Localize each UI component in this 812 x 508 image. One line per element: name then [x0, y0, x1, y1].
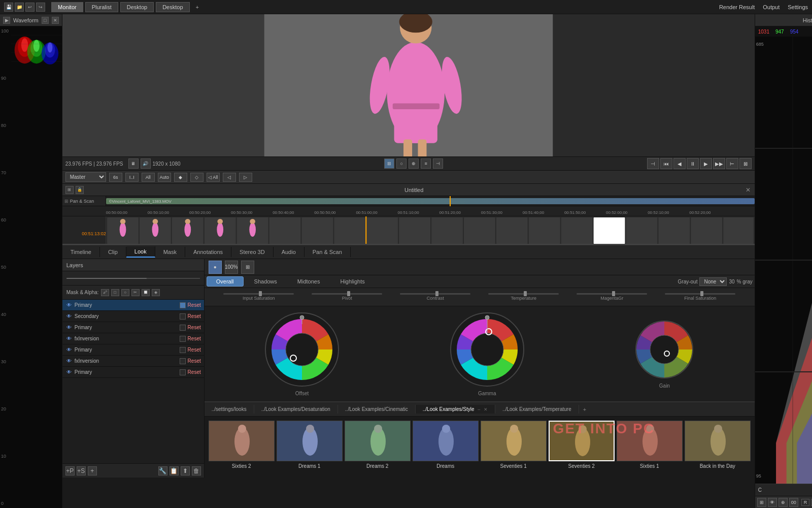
- look-tab-desaturation[interactable]: ../Look Examples/Desaturation: [254, 405, 338, 414]
- tab-timeline[interactable]: Timeline: [62, 247, 100, 257]
- menu-tab-desktop2[interactable]: Desktop: [156, 2, 189, 12]
- input-saturation-handle[interactable]: [259, 291, 262, 296]
- hist-scope-btn[interactable]: ⊞: [757, 498, 766, 507]
- transport-prev-btn[interactable]: ⊣: [647, 158, 659, 169]
- temperature-slider[interactable]: [488, 293, 559, 295]
- tab-mask[interactable]: Mask: [155, 247, 185, 257]
- offset-wheel-svg[interactable]: [264, 311, 340, 388]
- transport-pause-btn[interactable]: ⏸: [687, 158, 699, 169]
- gain-wheel-svg[interactable]: [634, 319, 695, 380]
- output-btn[interactable]: Output: [763, 4, 780, 10]
- mask-icon-2[interactable]: □: [111, 289, 119, 296]
- input-saturation-slider[interactable]: [223, 293, 294, 295]
- magenta-handle[interactable]: [612, 291, 615, 296]
- layer-reset-5[interactable]: Reset: [188, 347, 201, 353]
- view-mode-btn2[interactable]: ○: [396, 158, 407, 169]
- layer-check-5[interactable]: [180, 347, 186, 353]
- tc-all2-btn[interactable]: ◁ All: [207, 173, 220, 182]
- grayout-select[interactable]: None: [699, 277, 727, 286]
- hist-grid-btn[interactable]: ⊕: [779, 498, 788, 507]
- add-tab-button[interactable]: +: [192, 3, 203, 12]
- tc-diamond-btn[interactable]: ◇: [190, 173, 204, 182]
- transport-mark-btn[interactable]: ⊠: [739, 158, 752, 169]
- layer-check-4[interactable]: [180, 336, 186, 342]
- layer-reset-1[interactable]: Reset: [188, 302, 201, 308]
- layer-delete-btn[interactable]: 🗑: [192, 466, 201, 475]
- mask-icon-1[interactable]: 🖊: [101, 289, 109, 296]
- settings-btn[interactable]: Settings: [788, 4, 808, 10]
- waveform-play-btn[interactable]: ▶: [3, 17, 10, 24]
- open-icon[interactable]: 📁: [15, 3, 24, 12]
- view-mode-btn1[interactable]: ⊞: [384, 158, 394, 169]
- tc-dot-btn[interactable]: ◆: [174, 173, 187, 182]
- look-item-seventies1[interactable]: Seventies 1: [481, 421, 547, 473]
- look-item-dreams1[interactable]: Dreams 1: [277, 421, 343, 473]
- tab-panscan[interactable]: Pan & Scan: [304, 247, 351, 257]
- hist-r-channel[interactable]: R: [801, 499, 810, 506]
- view-mode-btn3[interactable]: ⊕: [409, 158, 419, 169]
- mask-icon-6[interactable]: ◈: [152, 289, 160, 296]
- hist-100-btn[interactable]: 00: [789, 498, 798, 507]
- layer-check-2[interactable]: [180, 313, 186, 320]
- look-tab-style[interactable]: ../Look Examples/Style – ✕: [416, 405, 495, 414]
- master-select[interactable]: Master: [65, 172, 106, 182]
- final-saturation-slider[interactable]: [665, 293, 735, 295]
- tc-iai-btn[interactable]: I..I: [125, 173, 139, 182]
- tab-audio[interactable]: Audio: [274, 247, 304, 257]
- menu-tab-monitor[interactable]: Monitor: [51, 2, 83, 12]
- look-item-sixties2[interactable]: Sixties 2: [209, 421, 275, 473]
- layer-add-btn[interactable]: +: [88, 466, 97, 475]
- transport-fwd-btn[interactable]: ▶▶: [713, 158, 725, 169]
- redo-icon[interactable]: ↪: [36, 3, 45, 12]
- layer-item-primary-3[interactable]: 👁 Primary Reset: [62, 344, 204, 356]
- layer-item-primary-2[interactable]: 👁 Primary Reset: [62, 322, 204, 333]
- view-mode-btn4[interactable]: ≡: [421, 158, 431, 169]
- tc-prev-btn[interactable]: ◁: [223, 173, 236, 182]
- tab-look[interactable]: Look: [126, 246, 155, 258]
- layer-tools-btn[interactable]: 🔧: [158, 466, 167, 475]
- monitor-icon[interactable]: 🖥: [128, 158, 139, 169]
- pivot-handle[interactable]: [347, 291, 350, 296]
- waveform-expand-btn[interactable]: □: [42, 17, 49, 24]
- mask-icon-5[interactable]: 🔲: [142, 289, 150, 296]
- layer-item-secondary[interactable]: 👁 Secondary Reset: [62, 311, 204, 322]
- color-mode-circle-btn[interactable]: ●: [209, 261, 222, 274]
- transport-next-btn[interactable]: ⊢: [726, 158, 738, 169]
- look-item-back-day[interactable]: Back in the Day: [685, 421, 751, 473]
- menu-tab-desktop1[interactable]: Desktop: [120, 2, 154, 12]
- look-item-seventies2[interactable]: Seventies 2: [549, 421, 615, 473]
- render-result-btn[interactable]: Render Result: [719, 4, 755, 10]
- tl-icon1[interactable]: ⊞: [65, 186, 74, 194]
- layer-reset-6[interactable]: Reset: [188, 358, 201, 364]
- timeline-close-btn[interactable]: ✕: [745, 186, 752, 194]
- look-tab-temperature[interactable]: ../Look Examples/Temperature: [495, 405, 579, 414]
- color-mode-grid-btn[interactable]: ⊞: [241, 261, 254, 274]
- look-tab-style-x[interactable]: ✕: [484, 407, 488, 412]
- pivot-slider[interactable]: [312, 293, 382, 295]
- view-mode-btn5[interactable]: ⊣: [433, 158, 443, 169]
- layer-item-fxinversion-2[interactable]: 👁 fxInversion Reset: [62, 356, 204, 367]
- look-tab-style-close[interactable]: –: [478, 407, 480, 412]
- magenta-slider[interactable]: [577, 293, 647, 295]
- layer-item-primary-4[interactable]: 👁 Primary Reset: [62, 367, 204, 378]
- mask-icon-3[interactable]: ○: [121, 289, 129, 296]
- layer-check-3[interactable]: [180, 325, 186, 331]
- audio-icon[interactable]: 🔊: [141, 158, 151, 169]
- temperature-handle[interactable]: [524, 291, 527, 296]
- grade-tab-overall[interactable]: Overall: [207, 276, 244, 287]
- tab-annotations[interactable]: Annotations: [185, 247, 231, 257]
- layer-check-7[interactable]: [180, 369, 186, 375]
- layer-add-secondary-btn[interactable]: +S: [77, 466, 86, 475]
- layer-reset-7[interactable]: Reset: [188, 369, 201, 375]
- tc-all-btn[interactable]: All: [142, 173, 155, 182]
- save-icon[interactable]: 💾: [4, 3, 13, 12]
- look-tab-add-btn[interactable]: +: [579, 405, 590, 414]
- look-item-dreams2[interactable]: Dreams 2: [345, 421, 411, 473]
- tc-6s-btn[interactable]: 6s: [109, 173, 122, 182]
- waveform-close-btn[interactable]: ✕: [52, 17, 59, 24]
- gamma-wheel-svg[interactable]: [449, 311, 525, 388]
- layer-reset-4[interactable]: Reset: [188, 336, 201, 341]
- tab-stereo3d[interactable]: Stereo 3D: [231, 247, 274, 257]
- layer-item-primary-1[interactable]: 👁 Primary Reset: [62, 300, 204, 311]
- grade-tab-midtones[interactable]: Midtones: [288, 276, 330, 287]
